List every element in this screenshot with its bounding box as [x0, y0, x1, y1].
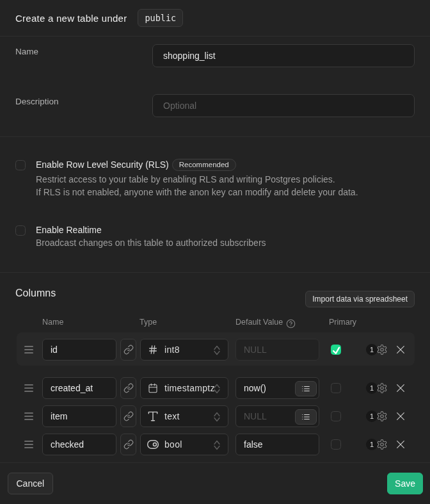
help-circle-icon[interactable]	[286, 319, 296, 329]
table-name-input[interactable]	[152, 44, 415, 67]
chevrons-up-down-icon	[212, 440, 222, 450]
column-type-value: int8	[164, 345, 180, 355]
realtime-description: Broadcast changes on this table to autho…	[36, 236, 266, 249]
dialog-footer: Cancel Save	[0, 463, 430, 504]
remove-column-icon[interactable]	[395, 345, 406, 355]
link-icon	[123, 383, 134, 393]
primary-checkbox[interactable]	[331, 411, 341, 421]
dialog-title: Create a new table under	[15, 13, 127, 24]
column-row-checked: bool1	[0, 434, 430, 455]
gear-icon[interactable]	[376, 382, 388, 394]
remove-column-icon[interactable]	[395, 439, 406, 450]
text-icon	[147, 410, 159, 423]
chevrons-up-down-icon	[212, 412, 222, 422]
link-icon	[123, 411, 134, 421]
cancel-button[interactable]: Cancel	[8, 473, 53, 494]
drag-handle-icon[interactable]	[24, 383, 34, 393]
primary-checkbox[interactable]	[331, 439, 341, 450]
columns-heading: Columns	[15, 288, 56, 299]
rls-checkbox[interactable]	[15, 160, 26, 170]
default-value-menu-button[interactable]	[295, 409, 317, 425]
column-row-item: text1	[0, 405, 430, 427]
name-label: Name	[15, 47, 38, 56]
column-name-input[interactable]	[42, 434, 116, 455]
remove-column-icon[interactable]	[395, 411, 406, 421]
list-icon	[301, 384, 310, 393]
hash-icon	[148, 345, 158, 355]
table-details-section: Name Description	[0, 37, 430, 137]
gear-icon[interactable]	[376, 439, 388, 450]
column-type-value: timestamptz	[164, 383, 215, 393]
schema-badge: public	[138, 9, 183, 27]
dialog-header: Create a new table under public	[0, 0, 430, 37]
column-type-select[interactable]: timestamptz	[140, 377, 228, 399]
create-table-dialog: Create a new table under public Name Des…	[0, 0, 430, 504]
foreign-key-button[interactable]	[120, 405, 136, 427]
drag-handle-icon[interactable]	[24, 439, 34, 450]
drag-handle-icon[interactable]	[24, 411, 34, 421]
chevrons-up-down-icon	[212, 384, 222, 394]
gear-icon[interactable]	[376, 411, 388, 422]
calendar-icon	[148, 383, 158, 393]
column-header-default: Default Value	[235, 318, 283, 327]
columns-section: Columns Import data via spreadsheet Name…	[0, 273, 430, 463]
foreign-key-button[interactable]	[120, 339, 136, 361]
default-value-field	[235, 405, 319, 427]
default-value-menu-button[interactable]	[295, 381, 317, 396]
link-icon	[123, 439, 134, 450]
default-value-field	[235, 339, 319, 361]
foreign-key-button[interactable]	[120, 377, 136, 399]
save-button[interactable]: Save	[387, 473, 423, 494]
default-value-field	[235, 377, 319, 399]
toggle-icon	[147, 438, 159, 451]
column-type-select[interactable]: int8	[140, 339, 228, 361]
list-icon	[301, 412, 310, 421]
column-type-value: bool	[164, 439, 182, 450]
column-type-select[interactable]: text	[140, 405, 228, 427]
column-type-value: text	[164, 411, 180, 421]
default-value-field	[235, 434, 319, 455]
column-header-primary: Primary	[329, 318, 356, 327]
gear-icon[interactable]	[376, 344, 388, 355]
realtime-label: Enable Realtime	[36, 225, 102, 235]
drag-handle-icon[interactable]	[24, 345, 34, 355]
column-name-input[interactable]	[42, 377, 116, 399]
columns-table-headers: Name Type Default Value Primary	[0, 318, 430, 328]
foreign-key-button[interactable]	[120, 434, 136, 455]
check-icon	[332, 346, 340, 354]
column-name-input[interactable]	[42, 405, 116, 427]
primary-checkbox[interactable]	[331, 383, 341, 393]
table-options-section: Enable Row Level Security (RLS) Recommen…	[0, 137, 430, 273]
rls-description-line2: If RLS is not enabled, anyone with the a…	[36, 186, 358, 199]
remove-column-icon[interactable]	[395, 383, 406, 393]
column-type-select[interactable]: bool	[140, 434, 228, 455]
default-value-input[interactable]	[236, 339, 319, 360]
chevrons-up-down-icon	[212, 345, 222, 355]
description-label: Description	[15, 97, 59, 106]
rls-label: Enable Row Level Security (RLS)	[36, 159, 169, 170]
link-icon	[123, 345, 134, 355]
import-spreadsheet-button[interactable]: Import data via spreadsheet	[305, 291, 415, 307]
default-value-input[interactable]	[236, 434, 319, 455]
realtime-checkbox[interactable]	[15, 225, 26, 236]
column-header-type: Type	[139, 318, 157, 327]
table-description-input[interactable]	[152, 94, 415, 117]
column-header-name: Name	[42, 318, 63, 327]
rls-description-line1: Restrict access to your table by enablin…	[36, 173, 358, 186]
recommended-badge: Recommended	[172, 159, 236, 171]
primary-checkbox[interactable]	[331, 345, 341, 355]
column-name-input[interactable]	[42, 339, 116, 361]
column-row-created_at: timestamptz1	[0, 377, 430, 399]
column-row-id: int81	[0, 339, 430, 361]
